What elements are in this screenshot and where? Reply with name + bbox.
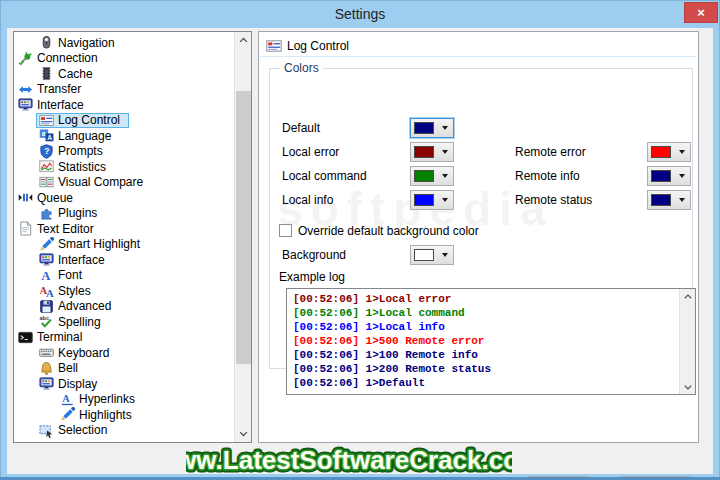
- tree-item-label: Highlights: [79, 408, 132, 422]
- dialog-content: NavigationConnectionCacheTransferInterfa…: [7, 28, 713, 474]
- tree-item-language[interactable]: aALanguage: [39, 128, 111, 144]
- chevron-down-icon: [679, 174, 685, 178]
- tree-scroll-thumb[interactable]: [236, 91, 251, 364]
- tree-item-visual-compare[interactable]: Visual Compare: [39, 175, 143, 191]
- tree-item-label: Smart Highlight: [58, 237, 140, 251]
- pencil-icon: [60, 407, 75, 422]
- document-icon: [18, 221, 33, 236]
- local-error-color-dropdown[interactable]: [410, 142, 454, 162]
- tree-item-display[interactable]: Display: [39, 376, 97, 392]
- tree-item-plugins[interactable]: Plugins: [39, 206, 97, 222]
- tree-item-terminal[interactable]: Terminal: [18, 330, 82, 346]
- tree-item-highlights[interactable]: Highlights: [60, 407, 132, 423]
- color-swatch: [414, 146, 434, 158]
- svg-text:A: A: [46, 287, 54, 298]
- mouse-icon: [39, 35, 54, 50]
- ok-button[interactable]: OK: [528, 476, 588, 480]
- tree-item-cache[interactable]: Cache: [39, 66, 93, 82]
- log-scroll-down-icon[interactable]: [680, 379, 696, 394]
- tree-item-label: Log Control: [58, 113, 120, 127]
- colors-groupbox: Colors DefaultLocal errorLocal commandLo…: [269, 68, 693, 369]
- scroll-down-icon[interactable]: [235, 425, 252, 442]
- remote-error-color-dropdown[interactable]: [647, 142, 691, 162]
- tree-item-label: Spelling: [58, 315, 101, 329]
- tree-item-font[interactable]: AFont: [39, 268, 82, 284]
- tree-item-styles[interactable]: AAStyles: [39, 283, 91, 299]
- chevron-down-icon: [442, 253, 448, 257]
- tree-item-label: Keyboard: [58, 346, 109, 360]
- remote-status-color-dropdown[interactable]: [647, 190, 691, 210]
- tree-item-label: Queue: [37, 191, 73, 205]
- override-background-checkbox[interactable]: [279, 224, 292, 237]
- log-control-icon: [266, 38, 282, 54]
- tree-item-statistics[interactable]: Statistics: [39, 159, 106, 175]
- log-scrollbar[interactable]: [679, 289, 695, 394]
- tree-item-queue[interactable]: Queue: [18, 190, 73, 206]
- local-command-color-dropdown[interactable]: [410, 166, 454, 186]
- tree-item-advanced[interactable]: Advanced: [39, 299, 111, 315]
- log-line: [00:52:06] 1>500 Remote error: [293, 334, 491, 348]
- log-line: [00:52:06] 1>Local info: [293, 320, 491, 334]
- tree-item-selection[interactable]: Selection: [39, 423, 107, 439]
- background-label: Background: [282, 248, 346, 262]
- background-color-swatch: [414, 249, 434, 261]
- fontlink-icon: A: [60, 392, 75, 407]
- tree-item-label: Text Editor: [37, 222, 94, 236]
- background-color-dropdown[interactable]: [410, 245, 454, 265]
- tree-item-smart-highlight[interactable]: Smart Highlight: [39, 237, 140, 253]
- color-swatch: [414, 122, 434, 134]
- svg-text:a: a: [42, 131, 46, 138]
- color-swatch: [651, 170, 671, 182]
- local-command-label: Local command: [282, 169, 367, 183]
- example-log-box: [00:52:06] 1>Local error[00:52:06] 1>Loc…: [286, 288, 696, 395]
- panel-title: Log Control: [287, 39, 349, 53]
- override-background-label: Override default background color: [298, 224, 479, 238]
- tree-item-log-control[interactable]: Log Control: [36, 113, 129, 129]
- scroll-up-icon[interactable]: [235, 32, 252, 49]
- close-icon: ×: [697, 5, 705, 20]
- log-scroll-up-icon[interactable]: [680, 289, 696, 304]
- tree-item-prompts[interactable]: ?Prompts: [39, 144, 103, 160]
- selection-icon: [39, 423, 54, 438]
- default-color-dropdown[interactable]: [410, 118, 454, 138]
- log-line: [00:52:06] 1>Local command: [293, 306, 491, 320]
- chevron-down-icon: [679, 198, 685, 202]
- tree-item-spelling[interactable]: abcSpelling: [39, 314, 101, 330]
- colors-group-title: Colors: [280, 61, 323, 75]
- tree-item-hyperlinks[interactable]: AHyperlinks: [60, 392, 135, 408]
- local-info-color-dropdown[interactable]: [410, 190, 454, 210]
- tree-item-label: Display: [58, 377, 97, 391]
- tree-item-navigation[interactable]: Navigation: [39, 35, 115, 51]
- tree-item-interface[interactable]: Interface: [18, 97, 84, 113]
- tree-item-bell[interactable]: Bell: [39, 361, 78, 377]
- tree-item-label: Transfer: [37, 82, 81, 96]
- cancel-button[interactable]: Cancel: [621, 476, 690, 480]
- tree-item-connection[interactable]: Connection: [18, 51, 98, 67]
- svg-text:?: ?: [44, 146, 49, 156]
- svg-text:abc: abc: [39, 315, 49, 321]
- connection-icon: [18, 51, 33, 66]
- tree-item-label: Language: [58, 129, 111, 143]
- tree-item-keyboard[interactable]: Keyboard: [39, 345, 109, 361]
- close-button[interactable]: ×: [684, 2, 718, 23]
- plugin-icon: [39, 206, 54, 221]
- chevron-down-icon: [679, 150, 685, 154]
- chevron-down-icon: [442, 126, 448, 130]
- tree-item-label: Font: [58, 268, 82, 282]
- tree-item-transfer[interactable]: Transfer: [18, 82, 81, 98]
- bell-icon: [39, 361, 54, 376]
- color-swatch: [414, 170, 434, 182]
- tree-item-label: Hyperlinks: [79, 392, 135, 406]
- log-line: [00:52:06] 1>Default: [293, 376, 491, 390]
- tree-item-interface[interactable]: Interface: [39, 252, 105, 268]
- logcontrol-icon: [39, 113, 54, 128]
- remote-info-color-dropdown[interactable]: [647, 166, 691, 186]
- prompts-icon: ?: [39, 144, 54, 159]
- keyboard-icon: [39, 345, 54, 360]
- statistics-icon: [39, 159, 54, 174]
- tree-item-text-editor[interactable]: Text Editor: [18, 221, 94, 237]
- tree-scrollbar[interactable]: [234, 32, 251, 442]
- svg-text:A: A: [62, 393, 70, 404]
- example-log-label: Example log: [279, 270, 345, 284]
- title-bar[interactable]: Settings: [0, 0, 720, 28]
